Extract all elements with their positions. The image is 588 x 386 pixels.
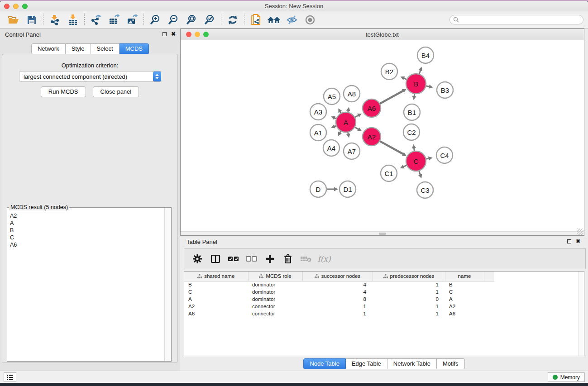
close-table-panel-icon[interactable]: ✖ bbox=[576, 238, 580, 244]
table-cell[interactable]: A bbox=[184, 295, 248, 303]
result-item-c[interactable]: C bbox=[10, 234, 164, 241]
table-settings-button[interactable] bbox=[191, 253, 203, 265]
tab-network-table[interactable]: Network Table bbox=[387, 358, 437, 369]
deselect-all-button[interactable] bbox=[246, 253, 258, 265]
graph-node-B[interactable]: B bbox=[406, 74, 426, 94]
graph-edge-B-B1[interactable] bbox=[412, 94, 416, 100]
search-input[interactable] bbox=[449, 15, 583, 24]
zoom-in-button[interactable] bbox=[146, 13, 164, 27]
tab-node-table[interactable]: Node Table bbox=[303, 358, 346, 369]
show-graphics-details-button[interactable] bbox=[301, 13, 319, 27]
tab-select[interactable]: Select bbox=[91, 43, 120, 54]
graph-node-B1[interactable]: B1 bbox=[404, 104, 420, 120]
float-panel-icon[interactable] bbox=[163, 32, 167, 36]
graph-edge-A-A8[interactable] bbox=[346, 107, 350, 112]
graph-edge-C-C4[interactable] bbox=[426, 157, 433, 161]
table-cell[interactable]: 1 bbox=[302, 303, 373, 310]
result-item-b[interactable]: B bbox=[10, 227, 164, 234]
column-header-predecessor-nodes[interactable]: predecessor nodes bbox=[373, 272, 445, 281]
graph-edge-A-A4[interactable] bbox=[338, 131, 342, 136]
export-network-button[interactable] bbox=[87, 13, 105, 27]
result-item-a[interactable]: A bbox=[10, 219, 164, 227]
graph-edge-B-B2[interactable] bbox=[401, 76, 407, 80]
table-cell[interactable]: 8 bbox=[302, 295, 373, 303]
graph-node-A8[interactable]: A8 bbox=[344, 86, 360, 102]
graph-edge-C-C2[interactable] bbox=[412, 144, 416, 151]
graph-node-C1[interactable]: C1 bbox=[381, 165, 397, 181]
result-item-a2[interactable]: A2 bbox=[10, 212, 164, 219]
table-cell[interactable]: 4 bbox=[302, 288, 373, 295]
graph-node-C3[interactable]: C3 bbox=[417, 182, 433, 198]
network-canvas[interactable]: B4B2BB3A8A5A6B1A3AA1C2A2A4A7C4CC1C3DD1 bbox=[181, 40, 584, 231]
table-row-a[interactable]: Adominator80A bbox=[184, 295, 494, 303]
delete-table-button[interactable] bbox=[300, 253, 312, 265]
table-cell[interactable]: A2 bbox=[445, 303, 484, 310]
graph-node-B2[interactable]: B2 bbox=[381, 63, 397, 80]
table-cell[interactable]: connector bbox=[248, 310, 302, 317]
result-list-scrollbar[interactable] bbox=[164, 208, 171, 361]
zoom-network-view-button[interactable] bbox=[203, 32, 209, 37]
column-header-shared-name[interactable]: shared name bbox=[184, 272, 248, 281]
zoom-window-button[interactable] bbox=[22, 4, 28, 9]
task-history-button[interactable] bbox=[4, 372, 16, 382]
graph-edge-A-A5[interactable] bbox=[338, 108, 342, 113]
clone-network-button[interactable] bbox=[247, 13, 265, 27]
table-row-c[interactable]: Cdominator41C bbox=[184, 288, 494, 295]
graph-edge-A-A3[interactable] bbox=[331, 116, 336, 120]
graph-edge-B-B3[interactable] bbox=[426, 85, 433, 89]
graph-edge-D-D1[interactable] bbox=[327, 187, 338, 191]
zoom-fit-button[interactable] bbox=[182, 13, 201, 27]
tab-mcds[interactable]: MCDS bbox=[120, 43, 149, 54]
graph-edge-C-C3[interactable] bbox=[418, 171, 422, 178]
graph-node-C4[interactable]: C4 bbox=[436, 147, 453, 163]
table-vertical-scrollbar[interactable] bbox=[578, 272, 584, 356]
graph-edge-A-A6[interactable] bbox=[355, 114, 362, 117]
table-row-a6[interactable]: A6connector11A6 bbox=[184, 310, 494, 317]
table-cell[interactable]: B bbox=[445, 281, 484, 288]
column-header-successor-nodes[interactable]: successor nodes bbox=[302, 272, 373, 281]
table-cell[interactable]: A bbox=[445, 295, 484, 303]
graph-node-C2[interactable]: C2 bbox=[403, 124, 420, 140]
delete-column-button[interactable] bbox=[282, 253, 294, 265]
graph-node-A4[interactable]: A4 bbox=[323, 140, 339, 156]
table-cell[interactable]: A6 bbox=[184, 310, 248, 317]
export-image-button[interactable] bbox=[123, 13, 141, 27]
graph-node-A6[interactable]: A6 bbox=[363, 99, 381, 117]
graph-node-D[interactable]: D bbox=[310, 181, 326, 197]
graph-node-A3[interactable]: A3 bbox=[310, 104, 326, 120]
import-table-button[interactable] bbox=[64, 13, 82, 27]
graph-node-B4[interactable]: B4 bbox=[417, 47, 434, 63]
export-table-button[interactable] bbox=[105, 13, 123, 27]
result-item-a6[interactable]: A6 bbox=[10, 241, 164, 248]
graph-node-A7[interactable]: A7 bbox=[344, 143, 360, 159]
table-cell[interactable]: 1 bbox=[373, 303, 445, 310]
graph-edge-A6-B[interactable] bbox=[380, 89, 406, 104]
graph-node-A5[interactable]: A5 bbox=[324, 88, 340, 105]
import-network-button[interactable] bbox=[46, 13, 64, 27]
column-header-MCDS-role[interactable]: MCDS role bbox=[248, 272, 302, 281]
table-cell[interactable]: 0 bbox=[373, 295, 445, 303]
graph-node-A2[interactable]: A2 bbox=[363, 128, 381, 146]
add-column-button[interactable] bbox=[264, 253, 276, 265]
table-cell[interactable]: B bbox=[184, 281, 248, 288]
table-cell[interactable]: 1 bbox=[373, 310, 445, 317]
save-session-button[interactable] bbox=[23, 13, 41, 27]
table-cell[interactable]: dominator bbox=[248, 281, 302, 288]
table-cell[interactable]: C bbox=[445, 288, 484, 295]
table-row-a2[interactable]: A2connector11A2 bbox=[184, 303, 494, 310]
tab-edge-table[interactable]: Edge Table bbox=[346, 358, 387, 369]
close-panel-icon[interactable]: ✖ bbox=[171, 31, 176, 37]
home-button[interactable] bbox=[265, 13, 283, 27]
table-cell[interactable]: 4 bbox=[302, 281, 373, 288]
table-cell[interactable]: 1 bbox=[373, 288, 445, 295]
graph-edge-B-B4[interactable] bbox=[418, 67, 422, 74]
table-cell[interactable]: dominator bbox=[248, 295, 302, 303]
function-builder-button[interactable]: f(x) bbox=[318, 253, 330, 265]
hide-graphics-details-button[interactable] bbox=[283, 13, 301, 27]
table-row-b[interactable]: Bdominator41B bbox=[184, 281, 494, 288]
optimization-criterion-select[interactable]: largest connected component (directed) bbox=[19, 71, 162, 82]
column-visibility-button[interactable] bbox=[210, 253, 221, 265]
graph-node-A1[interactable]: A1 bbox=[310, 124, 326, 141]
table-cell[interactable]: A6 bbox=[445, 310, 484, 317]
tab-network[interactable]: Network bbox=[31, 43, 66, 54]
